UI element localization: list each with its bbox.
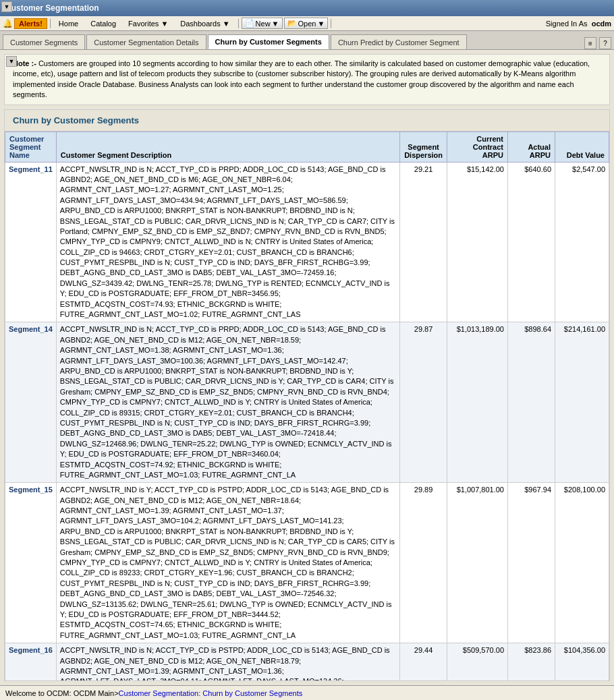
cell-contract-arpu: $1,013,189.00 (447, 322, 508, 483)
tab-customer-segments[interactable]: Customer Segments (3, 34, 85, 49)
table-row: Segment_15ACCPT_NWSLTR_IND is Y; ACCT_TY… (5, 483, 609, 643)
tab-churn-predict[interactable]: Churn Predict by Customer Segment (331, 34, 467, 49)
cell-actual-arpu: $640.60 (508, 162, 555, 322)
col-header-description: Customer Segment Description (56, 132, 399, 162)
cell-segment-name: Segment_14 (5, 322, 57, 483)
tab-actions: ≡ ? (584, 37, 611, 49)
note-body: Customers are grouped into 10 segments a… (13, 59, 590, 98)
table-body: Segment_11ACCPT_NWSLTR_IND is N; ACCT_TY… (5, 162, 609, 680)
menu-sep-3 (331, 19, 331, 28)
note-section: ▼ Note :- Customers are grouped into 10 … (4, 54, 610, 105)
cell-dispersion: 29.44 (400, 643, 447, 680)
cell-dispersion: 29.89 (400, 483, 447, 643)
cell-segment-name: Segment_11 (5, 162, 57, 322)
cell-actual-arpu: $898.64 (508, 322, 555, 483)
col-header-debt-value: Debt Value (555, 132, 609, 162)
cell-description: ACCPT_NWSLTR_IND is N; ACCT_TYP_CD is PS… (56, 643, 399, 680)
tab-settings-icon[interactable]: ≡ (584, 37, 596, 49)
menu-sep-2 (238, 19, 239, 28)
tab-churn-by-customer-segments[interactable]: Churn by Customer Segments (208, 34, 329, 49)
home-menu[interactable]: Home (53, 18, 84, 29)
cell-debt-value: $214,161.00 (555, 322, 609, 483)
favorites-menu[interactable]: Favorites ▼ (123, 18, 173, 29)
cell-segment-name: Segment_15 (5, 483, 57, 643)
table-wrapper[interactable]: Customer Segment Name Customer Segment D… (5, 132, 609, 680)
cell-debt-value: $208,100.00 (555, 483, 609, 643)
cell-actual-arpu: $967.94 (508, 483, 555, 643)
title-bar: Customer Segmentation (0, 0, 614, 16)
col-header-dispersion: Segment Dispersion (400, 132, 447, 162)
cell-description: ACCPT_NWSLTR_IND is N; ACCT_TYP_CD is PR… (56, 162, 399, 322)
username: ocdm (592, 20, 611, 28)
cell-debt-value: $104,356.00 (555, 643, 609, 680)
signin-area: Signed In As ocdm (546, 20, 611, 28)
cell-contract-arpu: $15,142.00 (447, 162, 508, 322)
dashboards-arrow-icon: ▼ (223, 20, 230, 28)
dashboards-menu[interactable]: Dashboards ▼ (175, 18, 235, 29)
favorites-arrow-icon: ▼ (161, 20, 168, 28)
breadcrumb-link[interactable]: Customer Segmentation: Churn by Customer… (119, 689, 303, 697)
table-header-row: Customer Segment Name Customer Segment D… (5, 132, 609, 162)
app-title: Customer Segmentation (5, 3, 99, 13)
note-collapse-button[interactable]: ▼ (6, 56, 17, 67)
cell-debt-value: $2,547.00 (555, 162, 609, 322)
col-header-segment: Customer Segment Name (5, 132, 57, 162)
cell-contract-arpu: $1,007,801.00 (447, 483, 508, 643)
open-arrow-icon: ▼ (317, 20, 325, 28)
new-icon: 📄 (245, 19, 254, 28)
section-title: Churn by Customer Segments (7, 113, 144, 128)
cell-segment-name: Segment_16 (5, 643, 57, 680)
catalog-menu[interactable]: Catalog (85, 18, 121, 29)
note-text: Note :- Customers are grouped into 10 se… (13, 59, 604, 100)
cell-contract-arpu: $509,570.00 (447, 643, 508, 680)
tab-help-icon[interactable]: ? (599, 37, 611, 49)
col-header-actual-arpu: Actual ARPU (508, 132, 555, 162)
welcome-text: Welcome to OCDM: OCDM Main (5, 689, 114, 697)
table-row: Segment_14ACCPT_NWSLTR_IND is N; ACCT_TY… (5, 322, 609, 483)
cell-description: ACCPT_NWSLTR_IND is Y; ACCT_TYP_CD is PS… (56, 483, 399, 643)
cell-dispersion: 29.21 (400, 162, 447, 322)
tab-bar: Customer Segments Customer Segmentation … (0, 31, 614, 50)
menu-bar: 🔔 Alerts! Home Catalog Favorites ▼ Dashb… (0, 16, 614, 31)
menu-sep-1 (50, 19, 51, 28)
tab-customer-segmentation-details[interactable]: Customer Segmentation Details (86, 34, 206, 49)
churn-table: Customer Segment Name Customer Segment D… (5, 132, 609, 680)
section-header: ▼ Churn by Customer Segments (5, 110, 609, 132)
status-bar: Welcome to OCDM: OCDM Main > Customer Se… (0, 685, 614, 700)
cell-actual-arpu: $823.86 (508, 643, 555, 680)
alert-bell-icon: 🔔 (3, 19, 13, 28)
alerts-button[interactable]: Alerts! (14, 18, 47, 29)
table-row: Segment_16ACCPT_NWSLTR_IND is N; ACCT_TY… (5, 643, 609, 680)
new-button[interactable]: 📄 New ▼ (242, 18, 283, 29)
cell-dispersion: 29.87 (400, 322, 447, 483)
content-area: ▼ Note :- Customers are grouped into 10 … (0, 50, 614, 685)
table-row: Segment_11ACCPT_NWSLTR_IND is N; ACCT_TY… (5, 162, 609, 322)
open-icon: 📂 (287, 19, 297, 28)
table-section: ▼ Churn by Customer Segments Customer Se… (4, 109, 610, 681)
open-button[interactable]: 📂 Open ▼ (284, 18, 329, 29)
col-header-contract-arpu: Current Contract ARPU (447, 132, 508, 162)
cell-description: ACCPT_NWSLTR_IND is N; ACCT_TYP_CD is PR… (56, 322, 399, 483)
new-arrow-icon: ▼ (272, 20, 279, 28)
